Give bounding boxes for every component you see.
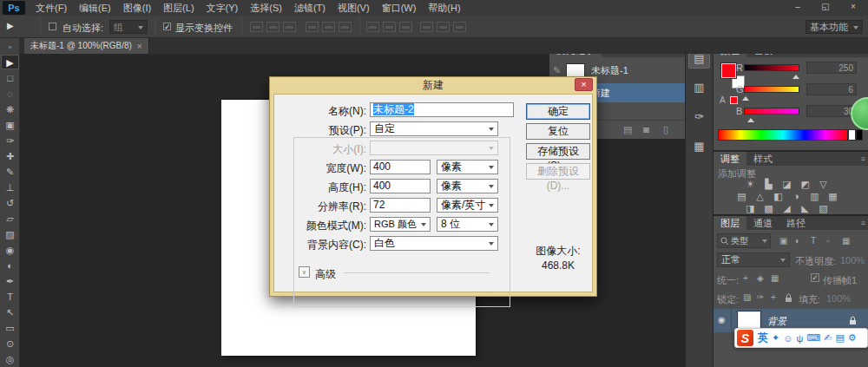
menu-filter[interactable]: 滤镜(T): [294, 2, 326, 15]
marquee-tool[interactable]: □: [1, 71, 19, 86]
restore-button[interactable]: ◱: [814, 1, 837, 13]
layer-name[interactable]: 背景: [767, 315, 786, 328]
reset-button[interactable]: 复位: [526, 123, 590, 140]
blend-mode-dropdown[interactable]: 正常: [717, 252, 790, 267]
document-tab[interactable]: 未标题-1 @ 100%(RGB/8) ×: [24, 38, 149, 54]
move-tool[interactable]: ▶: [1, 55, 19, 69]
posterize-icon[interactable]: ▩: [761, 203, 776, 214]
layer-filter-dropdown[interactable]: 类型: [717, 233, 771, 248]
dialog-close-button[interactable]: ×: [575, 78, 593, 91]
distribute-right-edges-icon[interactable]: [453, 22, 466, 32]
lock-position-icon[interactable]: +: [771, 292, 776, 302]
layer-visibility-eye-icon[interactable]: ◉: [718, 315, 726, 324]
advanced-toggle-button[interactable]: »: [299, 266, 310, 278]
hue-saturation-icon[interactable]: ▤: [734, 191, 749, 202]
lock-all-icon[interactable]: [785, 293, 792, 303]
sogou-logo-icon[interactable]: S: [737, 330, 753, 346]
unify-visibility-icon[interactable]: ◈: [757, 273, 764, 283]
blur-tool[interactable]: ◉: [1, 243, 19, 258]
hand-tool[interactable]: ⊙: [1, 337, 19, 351]
layer-thumbnail[interactable]: [738, 311, 760, 329]
emoji-icon[interactable]: ☺: [783, 333, 792, 344]
lasso-tool[interactable]: ◌: [1, 87, 19, 102]
exposure-icon[interactable]: ◩: [798, 179, 812, 190]
levels-icon[interactable]: ▙: [761, 179, 776, 190]
save-preset-button[interactable]: 存储预设(S)...: [526, 143, 590, 160]
brightness-contrast-icon[interactable]: ☀: [743, 179, 758, 190]
sparkle-icon[interactable]: ✦: [772, 332, 779, 344]
toolbox-icon[interactable]: ▤: [835, 332, 844, 344]
menu-type[interactable]: 文字(Y): [207, 2, 239, 15]
lock-transparent-pixels-icon[interactable]: ▨: [743, 292, 751, 302]
zoom-tool[interactable]: ◎: [1, 352, 19, 367]
filter-type-layers-icon[interactable]: T: [811, 236, 816, 246]
unify-style-icon[interactable]: ▦: [771, 273, 779, 283]
new-snapshot-icon[interactable]: ◙: [643, 124, 649, 134]
lock-image-pixels-icon[interactable]: ✑: [757, 292, 764, 302]
rectangle-tool[interactable]: ▭: [1, 321, 19, 336]
fill-value[interactable]: 100%: [826, 293, 851, 304]
blue-value-field[interactable]: 30: [806, 105, 857, 117]
align-right-edges-icon[interactable]: [283, 22, 296, 32]
show-transform-checkbox[interactable]: ✓: [163, 23, 171, 30]
blue-slider-thumb[interactable]: [747, 115, 754, 122]
spectrum-black-swatch[interactable]: [856, 129, 863, 141]
spectrum-white-swatch[interactable]: [848, 129, 856, 141]
blue-slider[interactable]: [744, 108, 799, 115]
dock-properties-icon[interactable]: ▥: [688, 76, 710, 98]
dock-character-icon[interactable]: ✑: [688, 106, 710, 128]
eraser-tool[interactable]: ▱: [1, 212, 19, 226]
photo-filter-icon[interactable]: ◑: [789, 191, 804, 202]
new-document-from-state-icon[interactable]: ▤: [623, 124, 632, 135]
vibrance-icon[interactable]: ▽: [816, 179, 831, 190]
tab-close-icon[interactable]: ×: [137, 42, 142, 51]
foreground-color-swatch[interactable]: [721, 63, 736, 78]
workspace-switcher[interactable]: 基本功能: [806, 20, 863, 34]
red-slider[interactable]: [744, 64, 799, 71]
resolution-input[interactable]: 72: [370, 198, 431, 213]
green-slider-thumb[interactable]: [742, 93, 749, 101]
clone-stamp-tool[interactable]: ⊥: [1, 180, 19, 195]
invert-icon[interactable]: ◨: [743, 203, 758, 214]
menu-view[interactable]: 视图(V): [338, 2, 370, 15]
black-white-icon[interactable]: ◧: [771, 191, 786, 202]
tab-adjustments[interactable]: 调整: [713, 152, 746, 166]
dock-paragraph-icon[interactable]: ▦: [688, 135, 710, 157]
distribute-horizontal-centers-icon[interactable]: [437, 22, 450, 32]
red-value-field[interactable]: 250: [806, 62, 857, 74]
propagate-frame-checkbox[interactable]: ✓: [811, 273, 819, 282]
color-balance-icon[interactable]: △: [753, 191, 767, 202]
color-mode-dropdown[interactable]: RGB 颜色: [370, 217, 431, 232]
filter-adjustment-layers-icon[interactable]: ◐: [795, 236, 800, 246]
auto-select-checkbox[interactable]: [49, 23, 56, 30]
curves-icon[interactable]: ◪: [779, 179, 794, 190]
brush-tool[interactable]: ✎: [1, 165, 19, 180]
align-left-edges-icon[interactable]: [250, 22, 263, 32]
crop-tool[interactable]: ▣: [1, 118, 19, 133]
align-bottom-edges-icon[interactable]: [339, 22, 352, 32]
green-slider[interactable]: [744, 86, 799, 93]
distribute-top-edges-icon[interactable]: [366, 22, 379, 32]
auto-select-dropdown[interactable]: 组: [109, 20, 148, 34]
path-selection-tool[interactable]: ↖: [1, 305, 19, 320]
type-tool[interactable]: T: [1, 290, 19, 305]
height-input[interactable]: 400: [370, 179, 431, 193]
settings-gear-icon[interactable]: ⚙: [848, 332, 857, 344]
handwriting-icon[interactable]: ✍: [824, 332, 832, 344]
move-tool-icon[interactable]: ▶: [7, 21, 14, 30]
width-input[interactable]: 400: [370, 160, 431, 174]
resolution-unit-dropdown[interactable]: 像素/英寸: [437, 198, 498, 213]
bit-depth-dropdown[interactable]: 8 位: [437, 217, 498, 232]
tab-styles[interactable]: 样式: [746, 152, 779, 166]
distribute-vertical-centers-icon[interactable]: [383, 22, 396, 32]
menu-file[interactable]: 文件(F): [36, 2, 67, 15]
color-spectrum-ramp[interactable]: [718, 129, 848, 141]
filter-shape-layers-icon[interactable]: ▫: [826, 236, 830, 246]
microphone-icon[interactable]: ψ: [796, 333, 803, 344]
ok-button[interactable]: 确定: [526, 103, 590, 120]
panel-menu-icon[interactable]: ≡: [861, 154, 865, 163]
menu-image[interactable]: 图像(I): [123, 2, 151, 15]
threshold-icon[interactable]: ◢: [779, 203, 794, 214]
menu-select[interactable]: 选择(S): [250, 2, 282, 15]
align-vertical-centers-icon[interactable]: [322, 22, 335, 32]
